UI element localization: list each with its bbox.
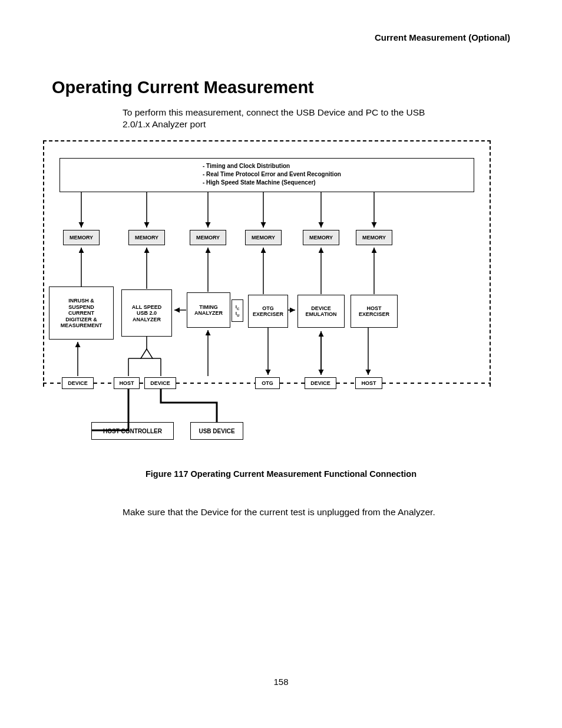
port-host-1: HOST (114, 377, 140, 389)
figure-caption: Figure 117 Operating Current Measurement… (52, 469, 510, 479)
device-emulation-block: DEVICE EMULATION (297, 295, 345, 328)
page-number: 158 (52, 677, 510, 687)
port-otg: OTG (255, 377, 280, 389)
analyzer-block: ALL SPEED USB 2.0 ANALYZER (121, 289, 172, 337)
memory-box-5: MEMORY (303, 230, 339, 245)
topbar-line3: - High Speed State Machine (Sequencer) (203, 179, 468, 187)
host-exerciser-block: HOST EXERCISER (351, 295, 398, 328)
timing-analyzer-block: TIMING ANALYZER (187, 292, 230, 328)
memory-box-6: MEMORY (356, 230, 392, 245)
running-head: Current Measurement (Optional) (52, 32, 510, 42)
memory-box-2: MEMORY (128, 230, 165, 245)
note-paragraph: Make sure that the Device for the curren… (123, 507, 510, 518)
memory-box-4: MEMORY (245, 230, 282, 245)
port-device-1: DEVICE (62, 377, 94, 389)
topbar-line2: - Real Time Protocol Error and Event Rec… (203, 170, 468, 179)
ic-iu-block: IC IU (232, 299, 243, 322)
page-title: Operating Current Measurement (52, 78, 510, 97)
memory-box-3: MEMORY (190, 230, 226, 245)
top-bar: - Timing and Clock Distribution - Real T… (59, 158, 474, 192)
intro-paragraph: To perform this measurement, connect the… (123, 107, 429, 131)
host-controller-box: HOST CONTROLLER (91, 422, 174, 440)
inrush-block: INRUSH & SUSPEND CURRENT DIGITIZER & MEA… (49, 286, 114, 340)
diagram-container: - Timing and Clock Distribution - Real T… (43, 140, 491, 453)
port-device-3: DEVICE (305, 377, 336, 389)
otg-exerciser-block: OTG EXERCISER (248, 295, 288, 328)
port-host-2: HOST (355, 377, 382, 389)
topbar-line1: - Timing and Clock Distribution (203, 162, 468, 170)
port-device-2: DEVICE (144, 377, 176, 389)
usb-device-box: USB DEVICE (190, 422, 243, 440)
memory-box-1: MEMORY (63, 230, 100, 245)
